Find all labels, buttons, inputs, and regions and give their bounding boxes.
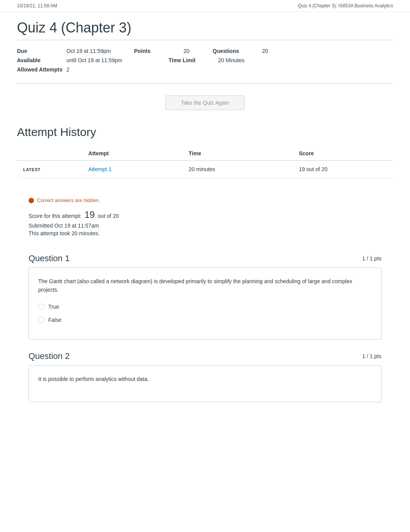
attempt-table: Attempt Time Score LATEST Attempt 1 20 m… bbox=[17, 146, 393, 178]
meta-row-3: Allowed Attempts 2 bbox=[17, 66, 393, 73]
question-header: Question 2 1 / 1 pts bbox=[29, 351, 381, 361]
question-pts: 1 / 1 pts bbox=[362, 255, 381, 262]
score-number: 19 bbox=[85, 209, 95, 220]
take-quiz-button[interactable]: Take the Quiz Again bbox=[165, 95, 245, 110]
points-value: 20 bbox=[183, 48, 190, 54]
score-out-of: out of 20 bbox=[98, 213, 119, 219]
score-cell: 19 out of 20 bbox=[293, 161, 393, 178]
question-text: The Gantt chart (also called a network d… bbox=[38, 277, 372, 294]
page-title: Quiz 4 (Chapter 3) bbox=[17, 12, 393, 40]
available-label: Available bbox=[17, 57, 63, 63]
attempt-result-box: Correct answers are hidden. Score for th… bbox=[17, 190, 393, 246]
time-limit-group: Time Limit 20 Minutes bbox=[169, 57, 244, 63]
notice-icon bbox=[29, 198, 34, 203]
question-title: Question 2 bbox=[29, 351, 69, 361]
questions-area: Question 1 1 / 1 pts The Gantt chart (al… bbox=[17, 253, 393, 402]
questions-value: 20 bbox=[262, 48, 268, 54]
take-quiz-section: Take the Quiz Again bbox=[17, 84, 393, 122]
duration-info: This attempt took 20 minutes. bbox=[29, 230, 381, 236]
latest-badge: LATEST bbox=[17, 161, 82, 178]
col-time-header: Time bbox=[183, 146, 293, 161]
question-card: The Gantt chart (also called a network d… bbox=[29, 267, 381, 340]
answer-label: True bbox=[48, 304, 59, 310]
answer-label: False bbox=[48, 317, 61, 323]
question-header: Question 1 1 / 1 pts bbox=[29, 253, 381, 263]
due-label: Due bbox=[17, 48, 63, 54]
score-info: Score for this attempt: 19 out of 20 bbox=[29, 209, 381, 220]
question-text: It is possible to perform analytics with… bbox=[38, 375, 372, 383]
due-value: Oct 19 at 11:59pm bbox=[66, 48, 111, 54]
allowed-label: Allowed Attempts bbox=[17, 66, 63, 73]
available-value: until Oct 19 at 11:59pm bbox=[66, 57, 122, 63]
main-content: Quiz 4 (Chapter 3) Due Oct 19 at 11:59pm… bbox=[0, 12, 410, 429]
correct-answers-notice: Correct answers are hidden. bbox=[29, 197, 381, 203]
time-limit-label: Time Limit bbox=[169, 57, 215, 63]
col-attempt-header: Attempt bbox=[82, 146, 183, 161]
table-row: LATEST Attempt 1 20 minutes 19 out of 20 bbox=[17, 161, 393, 178]
submitted-info: Submitted Oct 19 at 11:57am bbox=[29, 223, 381, 229]
attempt-history-title: Attempt History bbox=[17, 126, 393, 139]
points-label: Points bbox=[134, 48, 180, 54]
meta-row-1: Due Oct 19 at 11:59pm Points 20 Question… bbox=[17, 48, 393, 54]
questions-label: Questions bbox=[213, 48, 259, 54]
datetime-label: 10/19/21, 11:58 AM bbox=[17, 3, 57, 8]
top-bar: 10/19/21, 11:58 AM Quiz 4 (Chapter 3): I… bbox=[0, 0, 410, 12]
questions-group: Questions 20 bbox=[213, 48, 268, 54]
attempt-link[interactable]: Attempt 1 bbox=[88, 166, 112, 172]
answer-option: True bbox=[38, 304, 372, 310]
allowed-group: Allowed Attempts 2 bbox=[17, 66, 69, 73]
radio-button[interactable] bbox=[38, 304, 44, 310]
quiz-meta: Due Oct 19 at 11:59pm Points 20 Question… bbox=[17, 40, 393, 84]
points-group: Points 20 bbox=[134, 48, 190, 54]
question-title: Question 1 bbox=[29, 253, 69, 263]
question-pts: 1 / 1 pts bbox=[362, 353, 381, 359]
question-block: Question 1 1 / 1 pts The Gantt chart (al… bbox=[29, 253, 381, 340]
attempt-history-section: Attempt History Attempt Time Score LATES… bbox=[17, 126, 393, 402]
col-blank bbox=[17, 146, 82, 161]
due-group: Due Oct 19 at 11:59pm bbox=[17, 48, 111, 54]
allowed-value: 2 bbox=[66, 66, 69, 73]
correct-answers-text: Correct answers are hidden. bbox=[37, 197, 100, 203]
available-group: Available until Oct 19 at 11:59pm bbox=[17, 57, 122, 63]
meta-row-2: Available until Oct 19 at 11:59pm Time L… bbox=[17, 57, 393, 63]
answer-option: False bbox=[38, 317, 372, 323]
question-block: Question 2 1 / 1 pts It is possible to p… bbox=[29, 351, 381, 402]
col-score-header: Score bbox=[293, 146, 393, 161]
radio-button[interactable] bbox=[38, 317, 44, 323]
attempt-cell: Attempt 1 bbox=[82, 161, 183, 178]
time-limit-value: 20 Minutes bbox=[218, 57, 244, 63]
time-cell: 20 minutes bbox=[183, 161, 293, 178]
question-card: It is possible to perform analytics with… bbox=[29, 365, 381, 402]
course-label: Quiz 4 (Chapter 3): IS853A Business Anal… bbox=[298, 3, 393, 8]
score-label: Score for this attempt: bbox=[29, 213, 81, 219]
